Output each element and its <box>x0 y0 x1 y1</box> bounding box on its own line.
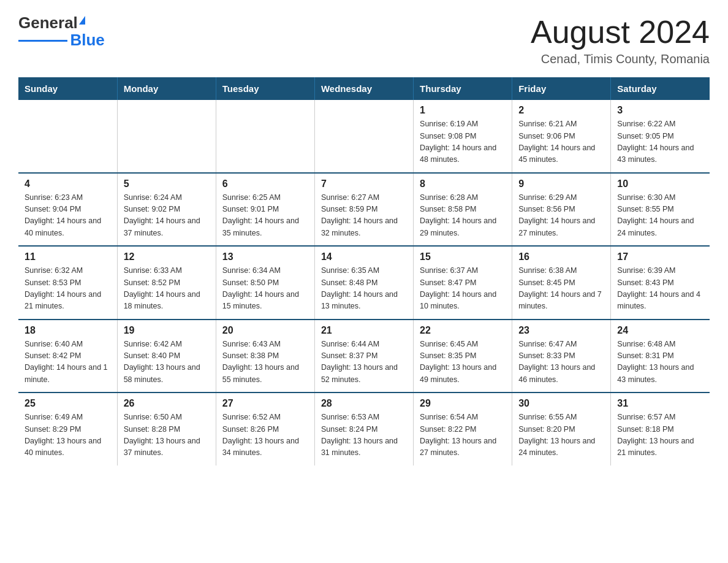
logo-triangle-icon <box>79 16 85 25</box>
calendar-cell: 14Sunrise: 6:35 AM Sunset: 8:48 PM Dayli… <box>314 246 413 320</box>
day-number: 25 <box>25 398 111 409</box>
day-info: Sunrise: 6:28 AM Sunset: 8:58 PM Dayligh… <box>420 192 506 240</box>
day-info: Sunrise: 6:57 AM Sunset: 8:18 PM Dayligh… <box>617 412 703 459</box>
day-number: 2 <box>518 105 604 116</box>
day-header-monday: Monday <box>117 77 216 100</box>
day-info: Sunrise: 6:53 AM Sunset: 8:24 PM Dayligh… <box>321 412 407 459</box>
calendar-week-2: 4Sunrise: 6:23 AM Sunset: 9:04 PM Daylig… <box>18 173 710 247</box>
day-info: Sunrise: 6:19 AM Sunset: 9:08 PM Dayligh… <box>420 118 506 166</box>
calendar-week-5: 25Sunrise: 6:49 AM Sunset: 8:29 PM Dayli… <box>18 393 710 465</box>
day-number: 19 <box>124 325 210 336</box>
day-info: Sunrise: 6:33 AM Sunset: 8:52 PM Dayligh… <box>124 265 210 313</box>
calendar-cell: 4Sunrise: 6:23 AM Sunset: 9:04 PM Daylig… <box>18 173 117 247</box>
day-info: Sunrise: 6:45 AM Sunset: 8:35 PM Dayligh… <box>420 339 506 386</box>
day-number: 29 <box>420 398 506 409</box>
logo-blue: Blue <box>70 32 104 48</box>
day-info: Sunrise: 6:35 AM Sunset: 8:48 PM Dayligh… <box>321 265 407 313</box>
calendar-cell: 21Sunrise: 6:44 AM Sunset: 8:37 PM Dayli… <box>314 320 413 393</box>
day-info: Sunrise: 6:44 AM Sunset: 8:37 PM Dayligh… <box>321 339 407 386</box>
day-number: 12 <box>124 251 210 262</box>
calendar-cell: 20Sunrise: 6:43 AM Sunset: 8:38 PM Dayli… <box>216 320 314 393</box>
day-number: 26 <box>124 398 210 409</box>
day-number: 14 <box>321 251 407 262</box>
day-number: 6 <box>222 178 308 190</box>
day-number: 15 <box>420 251 506 262</box>
day-header-thursday: Thursday <box>414 77 512 100</box>
day-header-saturday: Saturday <box>611 77 710 100</box>
day-info: Sunrise: 6:24 AM Sunset: 9:02 PM Dayligh… <box>124 192 210 240</box>
day-number: 10 <box>617 178 703 190</box>
day-info: Sunrise: 6:42 AM Sunset: 8:40 PM Dayligh… <box>124 339 210 386</box>
calendar-cell: 29Sunrise: 6:54 AM Sunset: 8:22 PM Dayli… <box>414 393 512 465</box>
calendar-cell: 8Sunrise: 6:28 AM Sunset: 8:58 PM Daylig… <box>414 173 512 247</box>
day-header-tuesday: Tuesday <box>216 77 314 100</box>
calendar-cell <box>314 100 413 173</box>
day-info: Sunrise: 6:34 AM Sunset: 8:50 PM Dayligh… <box>222 265 308 313</box>
main-title: August 2024 <box>531 15 710 50</box>
calendar-cell: 24Sunrise: 6:48 AM Sunset: 8:31 PM Dayli… <box>611 320 710 393</box>
day-info: Sunrise: 6:37 AM Sunset: 8:47 PM Dayligh… <box>420 265 506 313</box>
day-info: Sunrise: 6:49 AM Sunset: 8:29 PM Dayligh… <box>25 412 111 459</box>
calendar-week-1: 1Sunrise: 6:19 AM Sunset: 9:08 PM Daylig… <box>18 100 710 173</box>
day-number: 17 <box>617 251 703 262</box>
calendar-cell: 28Sunrise: 6:53 AM Sunset: 8:24 PM Dayli… <box>314 393 413 465</box>
calendar-header-row: SundayMondayTuesdayWednesdayThursdayFrid… <box>18 77 710 100</box>
calendar-cell: 15Sunrise: 6:37 AM Sunset: 8:47 PM Dayli… <box>414 246 512 320</box>
day-number: 4 <box>25 178 111 190</box>
calendar-cell: 10Sunrise: 6:30 AM Sunset: 8:55 PM Dayli… <box>611 173 710 247</box>
calendar-table: SundayMondayTuesdayWednesdayThursdayFrid… <box>18 77 710 465</box>
calendar-week-4: 18Sunrise: 6:40 AM Sunset: 8:42 PM Dayli… <box>18 320 710 393</box>
calendar-cell: 26Sunrise: 6:50 AM Sunset: 8:28 PM Dayli… <box>117 393 216 465</box>
calendar-cell: 17Sunrise: 6:39 AM Sunset: 8:43 PM Dayli… <box>611 246 710 320</box>
calendar-cell: 7Sunrise: 6:27 AM Sunset: 8:59 PM Daylig… <box>314 173 413 247</box>
day-number: 27 <box>222 398 308 409</box>
day-header-sunday: Sunday <box>18 77 117 100</box>
calendar-cell <box>117 100 216 173</box>
day-info: Sunrise: 6:54 AM Sunset: 8:22 PM Dayligh… <box>420 412 506 459</box>
day-number: 31 <box>617 398 703 409</box>
calendar-cell: 23Sunrise: 6:47 AM Sunset: 8:33 PM Dayli… <box>512 320 611 393</box>
day-number: 30 <box>518 398 604 409</box>
day-number: 28 <box>321 398 407 409</box>
calendar-cell: 3Sunrise: 6:22 AM Sunset: 9:05 PM Daylig… <box>611 100 710 173</box>
calendar-cell: 12Sunrise: 6:33 AM Sunset: 8:52 PM Dayli… <box>117 246 216 320</box>
calendar-cell: 6Sunrise: 6:25 AM Sunset: 9:01 PM Daylig… <box>216 173 314 247</box>
day-number: 21 <box>321 325 407 336</box>
day-header-friday: Friday <box>512 77 611 100</box>
day-info: Sunrise: 6:40 AM Sunset: 8:42 PM Dayligh… <box>25 339 111 386</box>
day-number: 9 <box>518 178 604 190</box>
day-number: 16 <box>518 251 604 262</box>
logo-general: General <box>18 15 78 31</box>
day-number: 22 <box>420 325 506 336</box>
calendar-cell: 13Sunrise: 6:34 AM Sunset: 8:50 PM Dayli… <box>216 246 314 320</box>
calendar-cell <box>216 100 314 173</box>
day-info: Sunrise: 6:23 AM Sunset: 9:04 PM Dayligh… <box>25 192 111 240</box>
day-info: Sunrise: 6:30 AM Sunset: 8:55 PM Dayligh… <box>617 192 703 240</box>
day-header-wednesday: Wednesday <box>314 77 413 100</box>
day-info: Sunrise: 6:38 AM Sunset: 8:45 PM Dayligh… <box>518 265 604 313</box>
day-info: Sunrise: 6:21 AM Sunset: 9:06 PM Dayligh… <box>518 118 604 166</box>
day-number: 20 <box>222 325 308 336</box>
day-info: Sunrise: 6:25 AM Sunset: 9:01 PM Dayligh… <box>222 192 308 240</box>
calendar-cell: 22Sunrise: 6:45 AM Sunset: 8:35 PM Dayli… <box>414 320 512 393</box>
calendar-cell: 18Sunrise: 6:40 AM Sunset: 8:42 PM Dayli… <box>18 320 117 393</box>
day-info: Sunrise: 6:48 AM Sunset: 8:31 PM Dayligh… <box>617 339 703 386</box>
day-info: Sunrise: 6:27 AM Sunset: 8:59 PM Dayligh… <box>321 192 407 240</box>
day-number: 8 <box>420 178 506 190</box>
calendar-cell: 11Sunrise: 6:32 AM Sunset: 8:53 PM Dayli… <box>18 246 117 320</box>
logo: General Blue <box>18 15 105 48</box>
day-number: 24 <box>617 325 703 336</box>
day-info: Sunrise: 6:32 AM Sunset: 8:53 PM Dayligh… <box>25 265 111 313</box>
day-info: Sunrise: 6:50 AM Sunset: 8:28 PM Dayligh… <box>124 412 210 459</box>
day-info: Sunrise: 6:29 AM Sunset: 8:56 PM Dayligh… <box>518 192 604 240</box>
day-number: 13 <box>222 251 308 262</box>
calendar-cell: 9Sunrise: 6:29 AM Sunset: 8:56 PM Daylig… <box>512 173 611 247</box>
subtitle: Cenad, Timis County, Romania <box>531 52 710 66</box>
calendar-cell: 1Sunrise: 6:19 AM Sunset: 9:08 PM Daylig… <box>414 100 512 173</box>
title-block: August 2024 Cenad, Timis County, Romania <box>531 15 710 66</box>
calendar-cell: 27Sunrise: 6:52 AM Sunset: 8:26 PM Dayli… <box>216 393 314 465</box>
calendar-cell: 30Sunrise: 6:55 AM Sunset: 8:20 PM Dayli… <box>512 393 611 465</box>
calendar-cell: 16Sunrise: 6:38 AM Sunset: 8:45 PM Dayli… <box>512 246 611 320</box>
day-info: Sunrise: 6:43 AM Sunset: 8:38 PM Dayligh… <box>222 339 308 386</box>
day-number: 7 <box>321 178 407 190</box>
